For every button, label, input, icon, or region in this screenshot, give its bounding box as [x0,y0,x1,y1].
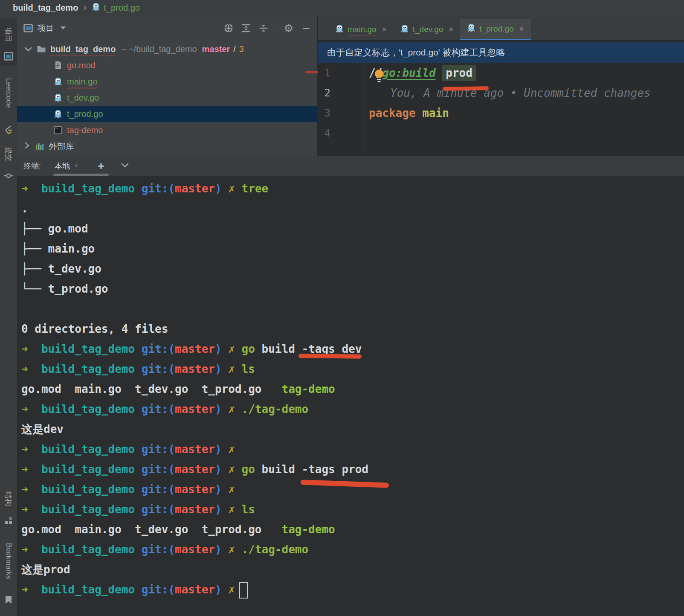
editor-tab-t_dev-go[interactable]: t_dev.go× [394,19,461,40]
tree-root-slash: / [233,44,236,54]
tree-item-main-go[interactable]: main.go [17,73,318,90]
terminal-output-line: ├── t_dev.go [21,259,684,279]
chevron-right-icon: › [83,1,87,13]
go-file-icon [53,93,63,102]
terminal-prompt-line: ➜ build_tag_demo git:(master) ✗ tree [21,179,684,199]
breadcrumb-file[interactable]: t_prod.go [92,3,140,13]
code-area[interactable]: 1//go:build prod2You, A minute ago • Unc… [318,63,684,156]
expand-all-button[interactable] [241,23,251,33]
code-line-3: 3package main [318,103,684,123]
terminal-prompt-line: ➜ build_tag_demo git:(master) ✗ [21,439,684,459]
go-file-icon [92,3,100,13]
close-icon[interactable]: × [519,24,524,34]
ide-window: build_tag_demo › t_prod.go 项目Leetcode提交结… [0,0,684,616]
sidebar-item-leetcode[interactable]: Leetcode [0,66,17,135]
go-file-icon [53,109,63,119]
terminal-output-line: go.mod main.go t_dev.go t_prod.go tag-de… [21,520,684,540]
tree-item-tag-demo[interactable]: tag-demo [17,122,318,138]
terminal-tab-local[interactable]: 本地 [55,161,70,171]
binary-file-icon [53,125,63,135]
tree-item-t_prod-go[interactable]: t_prod.go [17,106,318,122]
tree-item-go-mod[interactable]: go.mod [17,57,318,73]
tree-item-label: go.mod [67,61,96,70]
sidebar-item-bookmarks[interactable]: Bookmarks [0,532,17,605]
tree-root-path: – ~/build_tag_demo [122,44,197,54]
close-icon[interactable]: × [382,25,387,34]
gomod-file-icon [53,61,63,70]
tree-root-row[interactable]: build_tag_demo – ~/build_tag_demo master… [17,41,318,57]
terminal-panel: 终端: 本地 × + ➜ build_tag_demo git:(master)… [17,156,684,616]
sidebar-item-structure[interactable]: 结构 [0,486,17,526]
terminal-prompt-line: ➜ build_tag_demo git:(master) ✗ ls [21,500,684,520]
tree-root-name: build_tag_demo [50,44,116,54]
line-number: 2 [318,87,330,99]
terminal-prompt-line: ➜ build_tag_demo git:(master) ✗ ./tag-de… [21,540,684,560]
tree-root-changes-count: 3 [239,44,244,54]
go-file-icon [400,24,409,35]
caret-down-icon[interactable] [60,24,67,32]
terminal-output[interactable]: ➜ build_tag_demo git:(master) ✗ tree.├──… [17,176,684,616]
line-number: 3 [318,107,330,119]
go-file-icon [335,24,344,35]
settings-gear-button[interactable]: ⚙ [284,23,294,33]
project-tool-icon [23,23,33,33]
terminal-prompt-line: ➜ build_tag_demo git:(master) ✗ [21,580,684,600]
editor-tab-bar: main.go×t_dev.go×t_prod.go× [318,16,684,41]
terminal-prompt-line: ➜ build_tag_demo git:(master) ✗ ./tag-de… [21,399,684,419]
editor-tab-label: main.go [348,25,377,34]
project-toolbar: ⚙ [223,16,311,40]
code-line-text: //go:build prod [369,67,476,79]
editor-tab-label: t_prod.go [479,24,513,34]
notification-text: 由于自定义标志，'t_prod.go' 被构建工具忽略 [327,46,505,58]
code-line-2: 2You, A minute ago • Uncommitted changes [318,83,684,103]
tree-item-label: 外部库 [49,141,74,152]
project-panel-title[interactable]: 项目 [38,23,54,34]
locate-file-button[interactable] [223,23,234,33]
line-number: 4 [318,127,330,139]
editor-tab-t_prod-go[interactable]: t_prod.go× [460,19,530,40]
close-icon[interactable]: × [74,162,78,170]
terminal-output-line: └── t_prod.go [21,279,684,299]
breadcrumb-project[interactable]: build_tag_demo [13,3,78,13]
project-panel: 项目 ⚙ build_tag_demo – ~/build_tag_demo m… [17,16,318,156]
code-line-text: You, A minute ago • Uncommitted changes [369,87,650,99]
chevron-collapsed-icon[interactable] [24,141,30,152]
tree-item-t_dev-go[interactable]: t_dev.go [17,90,318,106]
go-file-icon [53,77,63,86]
sidebar-item-commit[interactable]: 提交 [0,142,17,181]
leetcode-icon [3,125,14,135]
go-file-icon [467,23,475,34]
red-marker-underline-prod-directive [443,86,489,91]
breadcrumb: build_tag_demo › t_prod.go [0,0,684,16]
project-tree: build_tag_demo – ~/build_tag_demo master… [17,41,318,154]
tree-item----[interactable]: 外部库 [17,138,318,154]
chevron-down-icon[interactable] [121,162,129,170]
tree-root-branch: master [202,44,230,54]
terminal-output-line: go.mod main.go t_dev.go t_prod.go tag-de… [21,379,684,399]
code-line-text: package main [369,107,449,119]
intention-lightbulb-icon[interactable] [374,69,385,83]
collapse-all-button[interactable] [258,23,269,33]
project-tool-icon [3,51,14,61]
tree-item-label: main.go [67,77,97,87]
terminal-prompt-line: ➜ build_tag_demo git:(master) ✗ go build… [21,459,684,479]
new-terminal-button[interactable]: + [98,160,104,173]
red-marker-dash [305,71,318,73]
terminal-output-line: 这是prod [21,560,684,580]
terminal-output-line: 这是dev [21,419,684,439]
editor: main.go×t_dev.go×t_prod.go× 由于自定义标志，'t_p… [318,16,684,156]
chevron-expanded-icon[interactable] [24,44,32,54]
close-icon[interactable]: × [449,25,453,34]
editor-tab-main-go[interactable]: main.go× [328,19,394,40]
tree-item-label: tag-demo [67,125,103,135]
tree-item-label: t_prod.go [67,109,103,119]
library-icon [35,142,44,151]
editor-tab-label: t_dev.go [413,25,443,34]
active-tab-underline [53,174,109,176]
sidebar-item-project[interactable]: 项目 [0,19,17,66]
terminal-output-line: ├── main.go [21,239,684,259]
activity-bar: 项目Leetcode提交结构Bookmarks [0,16,17,616]
code-line-1: 1//go:build prod [318,63,684,83]
hide-panel-button[interactable] [301,23,311,33]
line-number: 1 [318,67,330,79]
